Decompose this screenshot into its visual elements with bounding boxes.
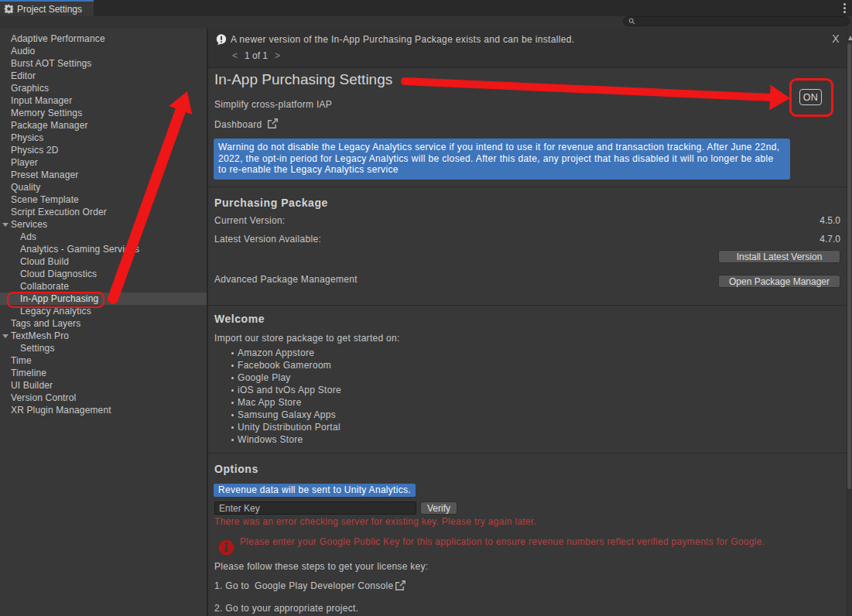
google-play-console-link[interactable]: Google Play Developer Console [255, 580, 393, 592]
sidebar-item-label: Preset Manager [11, 169, 78, 180]
sidebar-item-label: Collaborate [20, 281, 69, 292]
sidebar-item-label: Timeline [11, 368, 46, 378]
sidebar-item-label: Cloud Build [20, 256, 69, 267]
disclosure-triangle-icon[interactable] [2, 223, 9, 227]
info-bubble-icon [216, 34, 227, 46]
sidebar-item-physics[interactable]: Physics [0, 132, 207, 144]
latest-version-value: 4.7.0 [763, 233, 840, 245]
scrollbar-thumb[interactable] [847, 43, 851, 489]
sidebar-item-label: Graphics [11, 83, 49, 94]
sidebar-item-settings[interactable]: Settings [0, 342, 207, 354]
sidebar-item-ui-builder[interactable]: UI Builder [0, 379, 207, 392]
sidebar-item-label: Scene Template [11, 194, 79, 205]
tab-title: Project Settings [17, 4, 82, 15]
update-notification-banner: A newer version of the In-App Purchasing… [208, 29, 847, 68]
sidebar-item-tags-and-layers[interactable]: Tags and Layers [0, 317, 207, 330]
sidebar-item-audio[interactable]: Audio [0, 45, 207, 57]
sidebar-item-burst-aot-settings[interactable]: Burst AOT Settings [0, 57, 207, 70]
verify-button[interactable]: Verify [420, 501, 457, 515]
sidebar-item-version-control[interactable]: Version Control [0, 392, 207, 404]
sidebar-item-preset-manager[interactable]: Preset Manager [0, 169, 207, 181]
sidebar-item-collaborate[interactable]: Collaborate [0, 280, 207, 293]
sidebar-item-label: Ads [20, 231, 36, 242]
sidebar-item-graphics[interactable]: Graphics [0, 82, 207, 94]
project-settings-window: Project Settings Adaptive PerformanceAud… [0, 0, 852, 616]
sidebar-item-quality[interactable]: Quality [0, 181, 207, 193]
sidebar-item-label: Physics 2D [11, 145, 59, 156]
sidebar-item-label: XR Plugin Management [11, 405, 111, 416]
store-list-item: iOS and tvOs App Store [208, 384, 672, 396]
annotation-arrow-on [399, 74, 797, 112]
sidebar-item-player[interactable]: Player [0, 156, 207, 169]
open-package-manager-button[interactable]: Open Package Manager [718, 275, 840, 288]
advanced-package-management-label: Advanced Package Management [214, 273, 358, 286]
welcome-intro: Import our store package to get started … [214, 332, 400, 344]
kebab-menu-icon[interactable] [840, 2, 849, 15]
gear-icon [4, 4, 14, 14]
install-latest-version-button[interactable]: Install Latest Version [718, 250, 840, 263]
purchasing-package-heading: Purchasing Package [214, 197, 328, 209]
sidebar-item-editor[interactable]: Editor [0, 70, 207, 82]
sidebar-item-input-manager[interactable]: Input Manager [0, 94, 207, 107]
current-version-value: 4.5.0 [763, 214, 840, 227]
store-list-item: Amazon Appstore [208, 347, 672, 359]
sidebar-item-label: Services [11, 219, 47, 230]
banner-prev-button[interactable]: < [232, 50, 238, 61]
sidebar-item-cloud-diagnostics[interactable]: Cloud Diagnostics [0, 268, 207, 280]
sidebar-item-label: Physics [11, 132, 43, 143]
search-icon [628, 18, 635, 25]
section-divider [208, 187, 847, 187]
sidebar-item-adaptive-performance[interactable]: Adaptive Performance [0, 33, 207, 45]
dashboard-link[interactable]: Dashboard [214, 118, 262, 131]
sidebar-item-label: Settings [20, 343, 55, 354]
sidebar-item-label: Tags and Layers [11, 318, 80, 329]
sidebar-item-services[interactable]: Services [0, 218, 207, 231]
store-list-item: Unity Distribution Portal [208, 421, 672, 433]
step1-prefix: 1. Go to [214, 580, 249, 592]
sidebar-item-physics-2d[interactable]: Physics 2D [0, 144, 207, 156]
external-link-icon[interactable] [267, 118, 279, 129]
step2-text: 2. Go to your appropriate project. [214, 602, 358, 614]
sidebar-item-label: Memory Settings [11, 108, 82, 118]
sidebar-item-memory-settings[interactable]: Memory Settings [0, 107, 207, 119]
sidebar-item-package-manager[interactable]: Package Manager [0, 119, 207, 132]
sidebar-item-label: Adaptive Performance [11, 33, 105, 44]
sidebar-item-label: Input Manager [11, 95, 72, 106]
sidebar-item-cloud-build[interactable]: Cloud Build [0, 255, 207, 268]
sidebar-item-analytics-gaming-services[interactable]: Analytics - Gaming Services [0, 243, 207, 255]
google-key-error-text: Please enter your Google Public Key for … [240, 536, 765, 547]
sidebar-item-label: Version Control [11, 392, 76, 403]
banner-close-button[interactable]: X [830, 32, 842, 46]
error-icon [218, 539, 234, 556]
disclosure-triangle-icon[interactable] [2, 334, 9, 338]
sidebar-item-scene-template[interactable]: Scene Template [0, 193, 207, 206]
scroll-up-arrow-icon[interactable] [848, 36, 852, 40]
banner-page-label: 1 of 1 [245, 50, 268, 61]
sidebar-divider [207, 29, 208, 616]
sidebar-item-label: UI Builder [11, 380, 53, 391]
sidebar-item-ads[interactable]: Ads [0, 231, 207, 243]
steps-intro: Please follow these steps to get your li… [214, 560, 428, 573]
enter-key-input[interactable] [214, 501, 416, 515]
store-list-item: Mac App Store [208, 396, 672, 409]
sidebar-item-label: Quality [11, 182, 40, 193]
sidebar-item-label: Burst AOT Settings [11, 58, 92, 69]
options-heading: Options [214, 463, 258, 475]
sidebar-item-label: Player [11, 157, 38, 168]
sidebar-item-textmesh-pro[interactable]: TextMesh Pro [0, 330, 207, 342]
sidebar-item-label: Package Manager [11, 120, 88, 131]
sidebar-item-time[interactable]: Time [0, 354, 207, 367]
banner-next-button[interactable]: > [275, 50, 280, 61]
annotation-rect-on [789, 78, 833, 117]
sidebar-item-timeline[interactable]: Timeline [0, 367, 207, 379]
external-link-icon[interactable] [395, 580, 406, 591]
store-list-item: Google Play [208, 371, 672, 384]
tab-project-settings[interactable]: Project Settings [0, 0, 94, 16]
current-version-label: Current Version: [214, 214, 286, 227]
sidebar-item-script-execution-order[interactable]: Script Execution Order [0, 206, 207, 218]
sidebar-item-xr-plugin-management[interactable]: XR Plugin Management [0, 404, 207, 416]
search-input[interactable] [623, 16, 850, 26]
legacy-analytics-warning: Warning do not disable the Legacy Analyt… [214, 139, 790, 180]
latest-version-label: Latest Version Available: [214, 233, 321, 245]
server-error-text: There was an error checking server for e… [214, 516, 536, 527]
